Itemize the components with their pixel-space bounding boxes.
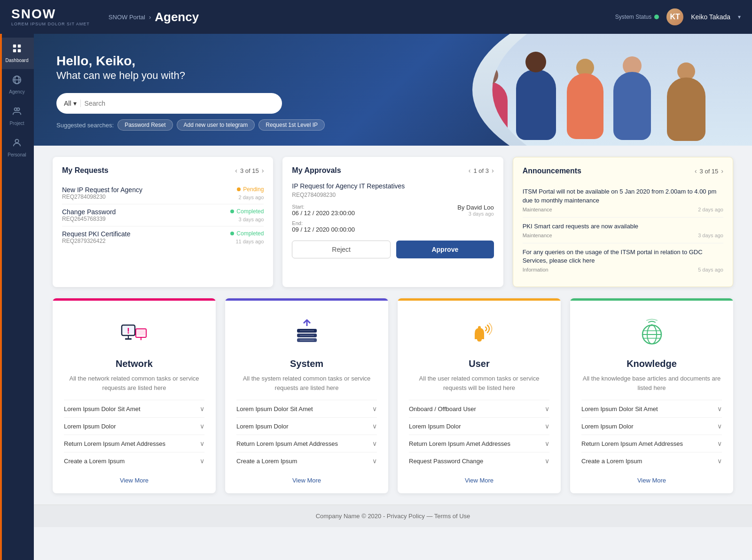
user-view-more[interactable]: View More [465, 477, 494, 484]
sidebar-item-label: Project [9, 121, 24, 126]
end-date: End: 09 / 12 / 2020 00:00:00 [292, 220, 391, 233]
svg-rect-15 [137, 330, 145, 335]
prev-arrow[interactable]: ‹ [695, 167, 697, 175]
service-item[interactable]: Return Lorem Ipsum Amet Addresses ∨ [64, 435, 204, 452]
suggestion-password-reset[interactable]: Password Reset [118, 119, 172, 131]
end-value: 09 / 12 / 2020 00:00:00 [292, 226, 391, 233]
svg-rect-26 [478, 326, 481, 329]
service-item[interactable]: Lorem Ipsum Dolor Sit Amet ∨ [236, 400, 377, 417]
next-arrow[interactable]: › [262, 167, 264, 174]
agency-icon [12, 75, 22, 87]
sidebar-item-label: Agency [9, 89, 24, 95]
approval-content: IP Request for Agency IT Repestatives RE… [292, 182, 494, 258]
breadcrumb: SNOW Portal › Agency [109, 10, 199, 24]
system-title: System [290, 358, 323, 369]
request-id: REQ2645768339 [62, 216, 116, 222]
network-title: Network [116, 358, 153, 369]
search-input[interactable] [85, 100, 274, 107]
chevron-down-icon: ∨ [372, 440, 377, 447]
prev-arrow[interactable]: ‹ [469, 167, 471, 174]
status-badge: Pending [237, 186, 264, 193]
system-status-label: System Status [615, 14, 651, 20]
page-count: 3 of 15 [240, 167, 259, 174]
svg-point-32 [651, 324, 653, 326]
sidebar-item-dashboard[interactable]: Dashboard [0, 38, 34, 69]
service-item[interactable]: Lorem Ipsum Dolor ∨ [581, 417, 722, 435]
status-dot [237, 187, 241, 191]
service-item[interactable]: Lorem Ipsum Dolor ∨ [409, 417, 549, 435]
approve-button[interactable]: Approve [396, 241, 494, 258]
top-navigation: SNOW LOREM IPSUM DOLOR SIT AMET SNOW Por… [0, 0, 752, 34]
network-view-more[interactable]: View More [120, 477, 149, 484]
breadcrumb-link[interactable]: SNOW Portal [109, 14, 145, 21]
sidebar-item-label: Dashboard [6, 58, 29, 63]
start-value: 06 / 12 / 2020 23:00:00 [292, 210, 391, 217]
my-requests-card: My Requests ‹ 3 of 15 › New IP Request f… [53, 157, 273, 287]
service-item[interactable]: Return Lorem Ipsum Amet Addresses ∨ [409, 435, 549, 452]
service-item[interactable]: Lorem Ipsum Dolor Sit Amet ∨ [64, 400, 204, 417]
network-icon [116, 313, 153, 351]
status-badge: Completed [230, 230, 264, 237]
status-badge: Completed [230, 208, 264, 215]
sidebar-item-personal[interactable]: Personal [0, 132, 34, 163]
end-label: End: [292, 220, 391, 226]
announcement-time: 5 days ago [698, 267, 723, 272]
knowledge-view-more[interactable]: View More [637, 477, 666, 484]
chevron-down-icon: ∨ [545, 422, 549, 430]
system-items: Lorem Ipsum Dolor Sit Amet ∨ Lorem Ipsum… [236, 400, 377, 469]
svg-rect-1 [18, 45, 21, 47]
suggestion-ip[interactable]: Request 1st Level IP [258, 119, 325, 131]
personal-icon [12, 138, 22, 150]
chevron-down-icon: ∨ [717, 422, 722, 430]
service-item[interactable]: Return Lorem Ipsum Amet Addresses ∨ [581, 435, 722, 452]
approved-by: By David Loo 3 days ago [395, 204, 494, 217]
info-cards-row: My Requests ‹ 3 of 15 › New IP Request f… [53, 157, 733, 287]
sidebar-item-project[interactable]: Project [0, 101, 34, 132]
request-status: Pending 2 days ago [237, 186, 264, 200]
next-arrow[interactable]: › [492, 167, 494, 174]
service-item[interactable]: Lorem Ipsum Dolor ∨ [236, 417, 377, 435]
start-label: Start: [292, 204, 391, 210]
page-title: Agency [155, 10, 199, 24]
announcement-item: ITSM Portal will not be available on 5 J… [523, 183, 723, 217]
reject-button[interactable]: Reject [292, 241, 391, 258]
status-label: Completed [236, 208, 264, 215]
request-status: Completed 3 days ago [230, 208, 264, 222]
prev-arrow[interactable]: ‹ [235, 167, 237, 174]
svg-rect-3 [18, 49, 21, 52]
announcement-time: 3 days ago [698, 233, 723, 238]
approval-time: 3 days ago [395, 211, 494, 217]
knowledge-desc: All the knowledge base articles and docu… [581, 374, 722, 392]
by-label: By David Loo [395, 204, 494, 211]
announcement-meta: Maintenance 2 days ago [523, 207, 723, 212]
chevron-down-icon: ∨ [545, 457, 549, 465]
my-requests-header: My Requests ‹ 3 of 15 › [62, 166, 264, 175]
suggestion-add-user[interactable]: Add new user to telegram [177, 119, 255, 131]
service-item[interactable]: Lorem Ipsum Dolor Sit Amet ∨ [581, 400, 722, 417]
service-item[interactable]: Create a Lorem Ipsum ∨ [581, 452, 722, 469]
next-arrow[interactable]: › [721, 167, 723, 175]
service-item[interactable]: Return Lorem Ipsum Amet Addresses ∨ [236, 435, 377, 452]
time-ago: 11 days ago [235, 239, 264, 244]
service-item-request-password[interactable]: Request Password Change ∨ [409, 452, 549, 469]
service-card-knowledge: Knowledge All the knowledge base article… [570, 298, 733, 493]
service-item[interactable]: Create a Lorem Ipsum ∨ [64, 452, 204, 469]
system-view-more[interactable]: View More [292, 477, 321, 484]
service-item[interactable]: Lorem Ipsum Dolor ∨ [64, 417, 204, 435]
request-item: Change Password REQ2645768339 Completed … [62, 204, 264, 226]
chevron-down-icon: ∨ [372, 457, 377, 465]
status-indicator [654, 15, 659, 19]
system-desc: All the system related common tasks or s… [236, 374, 377, 392]
search-filter-dropdown[interactable]: All ▾ [64, 100, 81, 107]
svg-rect-13 [125, 338, 132, 340]
service-item[interactable]: Onboard / Offboard User ∨ [409, 400, 549, 417]
user-dropdown-icon[interactable]: ▾ [738, 14, 741, 20]
hero-question: What can we help you with? [56, 70, 729, 82]
chevron-down-icon: ∨ [372, 422, 377, 430]
service-item[interactable]: Create a Lorem Ipsum ∨ [236, 452, 377, 469]
main-layout: Dashboard Agency Project Personal [0, 34, 752, 560]
chevron-down-icon: ∨ [717, 457, 722, 465]
knowledge-icon [633, 313, 671, 351]
system-icon [288, 313, 326, 351]
sidebar-item-agency[interactable]: Agency [0, 69, 34, 101]
